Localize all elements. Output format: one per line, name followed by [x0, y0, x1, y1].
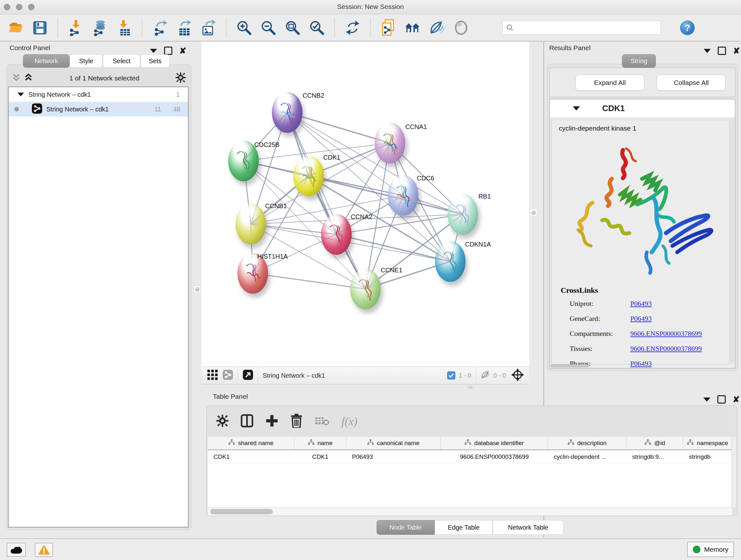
- expand-all-button[interactable]: Expand All: [576, 75, 644, 91]
- cdk1-entry-header[interactable]: CDK1: [550, 99, 735, 118]
- left-splitter-handle[interactable]: [194, 286, 201, 293]
- column-header-shared-name[interactable]: shared name: [208, 437, 294, 449]
- table-cell[interactable]: cyclin-dependent ...: [548, 450, 626, 463]
- export-image-icon[interactable]: [200, 20, 216, 36]
- table-cell[interactable]: CDK1: [208, 450, 294, 463]
- create-column-icon[interactable]: [266, 415, 278, 428]
- node-CDK1[interactable]: [293, 155, 324, 196]
- column-header-canonical-name[interactable]: canonical name: [346, 437, 441, 449]
- node-CCNA1[interactable]: [375, 123, 405, 164]
- bottom-splitter-handle[interactable]: [468, 385, 473, 389]
- edge-HIST1H1A-CCNE1[interactable]: [253, 273, 365, 289]
- open-session-icon[interactable]: [8, 20, 23, 36]
- selected-checkbox-icon[interactable]: [447, 371, 455, 380]
- tab-network-table[interactable]: Network Table: [493, 520, 563, 535]
- tab-node-table[interactable]: Node Table: [377, 520, 434, 535]
- tab-sets[interactable]: Sets: [140, 54, 170, 68]
- results-horizontal-scrollbar[interactable]: [550, 364, 589, 368]
- crosslink-link[interactable]: P06493: [630, 314, 652, 323]
- network-row-selected[interactable]: String Network – cdk1 11 48: [9, 102, 188, 117]
- clone-network-icon[interactable]: [381, 20, 396, 36]
- import-network-from-file-icon[interactable]: [68, 20, 84, 36]
- crosslink-link[interactable]: 9606.ENSP00000378699: [630, 345, 702, 353]
- node-CDKN1A[interactable]: [435, 241, 466, 282]
- node-CCNA2[interactable]: [321, 214, 352, 255]
- detach-view-icon[interactable]: [243, 369, 253, 381]
- network-canvas[interactable]: CCNB2CCNA1CDC25BCDK1CDC6RB1CCNB1CCNA2CDK…: [201, 42, 529, 367]
- warning-button[interactable]: [35, 543, 53, 557]
- first-neighbors-icon[interactable]: [405, 20, 421, 36]
- entry-collapse-icon[interactable]: [573, 106, 580, 111]
- zoom-fit-content-icon[interactable]: [285, 20, 300, 36]
- column-header-name[interactable]: name: [294, 437, 346, 449]
- panel-float-icon[interactable]: [164, 47, 172, 55]
- crosslink-link[interactable]: P06493: [630, 360, 652, 368]
- export-network-icon[interactable]: [152, 20, 168, 36]
- panel-float-icon[interactable]: [718, 395, 726, 403]
- panel-menu-icon[interactable]: [703, 397, 711, 401]
- table-row[interactable]: CDK1CDK1P064939606.ENSP00000378699cyclin…: [208, 450, 732, 464]
- right-splitter-handle[interactable]: [530, 209, 537, 216]
- table-cell[interactable]: CDK1: [294, 450, 346, 463]
- tab-edge-table[interactable]: Edge Table: [434, 520, 493, 535]
- network-options-gear-icon[interactable]: [176, 72, 186, 84]
- tab-network[interactable]: Network: [23, 54, 70, 68]
- delete-column-icon[interactable]: [290, 414, 302, 429]
- node-CDC6[interactable]: [388, 175, 418, 216]
- table-cell[interactable]: P06493: [346, 450, 441, 463]
- node-CCNB2[interactable]: [272, 92, 302, 133]
- grid-view-icon[interactable]: [207, 369, 218, 381]
- results-vertical-scrollbar[interactable]: [730, 118, 734, 364]
- zoom-in-icon[interactable]: [236, 20, 252, 36]
- panel-close-icon[interactable]: ✘: [179, 48, 186, 54]
- panel-close-icon[interactable]: ✘: [733, 48, 740, 54]
- cloud-button[interactable]: [7, 543, 26, 557]
- collapse-all-networks-icon[interactable]: [11, 73, 21, 83]
- collection-expand-icon[interactable]: [17, 92, 24, 97]
- panel-menu-icon[interactable]: [150, 49, 157, 53]
- import-table-from-file-icon[interactable]: [116, 20, 132, 36]
- scrollbar-thumb[interactable]: [210, 509, 273, 514]
- crosslink-link[interactable]: 9606.ENSP00000378699: [630, 329, 702, 338]
- panel-close-icon[interactable]: ✘: [733, 396, 740, 402]
- crosslink-link[interactable]: P06493: [630, 300, 652, 308]
- edge-CDK1-RB1[interactable]: [309, 176, 463, 214]
- table-cell[interactable]: stringdb:9...: [626, 450, 683, 463]
- table-cell[interactable]: stringdb: [683, 450, 732, 463]
- node-CCNE1[interactable]: [350, 268, 381, 309]
- results-scroll-area[interactable]: CDK1 cyclin-dependent kinase 1: [549, 99, 735, 368]
- save-session-icon[interactable]: [32, 20, 48, 36]
- hide-selected-icon[interactable]: [429, 20, 445, 36]
- import-network-from-database-icon[interactable]: [92, 20, 108, 36]
- panel-menu-icon[interactable]: [704, 49, 711, 53]
- table-options-gear-icon[interactable]: [216, 415, 228, 428]
- edge-CCNB2-CCNE1[interactable]: [287, 112, 365, 289]
- column-header-description[interactable]: description: [548, 437, 626, 449]
- memory-button[interactable]: Memory: [687, 542, 734, 557]
- column-header-namespace[interactable]: namespace: [683, 437, 732, 449]
- column-header--id[interactable]: @id: [626, 437, 683, 449]
- column-header-database-identifier[interactable]: database identifier: [441, 437, 548, 449]
- search-input[interactable]: [502, 21, 661, 35]
- show-all-icon[interactable]: [453, 20, 469, 36]
- table-horizontal-scrollbar[interactable]: [208, 507, 732, 516]
- tab-string[interactable]: String: [622, 54, 656, 68]
- tab-style[interactable]: Style: [70, 54, 103, 68]
- zoom-out-icon[interactable]: [260, 20, 276, 36]
- help-icon[interactable]: ?: [680, 20, 695, 35]
- panel-float-icon[interactable]: [718, 47, 726, 55]
- edge-CCNA2-CDKN1A[interactable]: [336, 234, 450, 261]
- expand-all-networks-icon[interactable]: [23, 73, 33, 83]
- show-columns-icon[interactable]: [241, 414, 253, 429]
- table-vertical-scrollbar[interactable]: [731, 437, 736, 507]
- tab-select[interactable]: Select: [103, 54, 140, 68]
- birds-eye-view-icon[interactable]: [511, 368, 524, 382]
- network-collection-row[interactable]: String Network – cdk1 1: [9, 87, 188, 102]
- zoom-selected-icon[interactable]: [309, 20, 325, 36]
- refresh-view-icon[interactable]: [345, 20, 360, 36]
- node-CCNB1[interactable]: [235, 204, 266, 245]
- collapse-all-button[interactable]: Collapse All: [657, 75, 726, 91]
- node-RB1[interactable]: [448, 194, 478, 235]
- share-view-icon[interactable]: [222, 369, 233, 381]
- export-table-icon[interactable]: [176, 20, 192, 36]
